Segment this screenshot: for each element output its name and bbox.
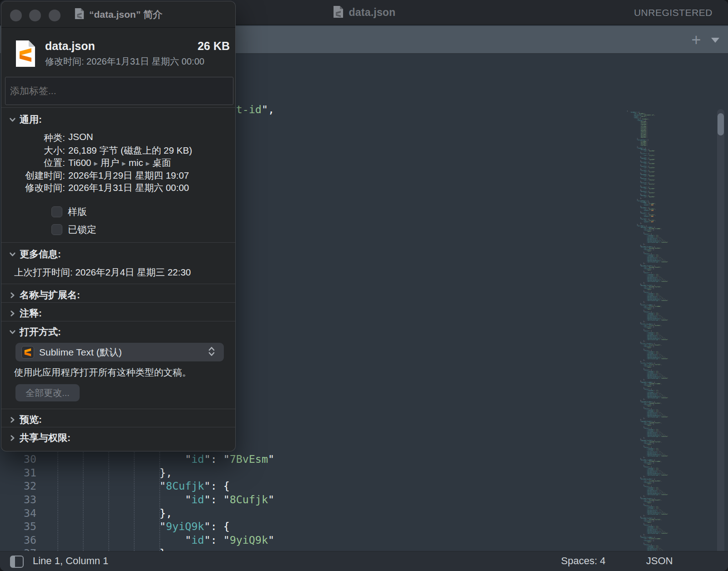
info-title-bar[interactable]: “data.json” 简介 <box>1 1 235 28</box>
code-line: 36 "id": "9yiQ9k" <box>0 533 274 547</box>
divider <box>1 107 235 108</box>
last-opened-row: 上次打开时间: 2026年2月4日 星期三 22:30 <box>14 266 191 279</box>
sublime-file-icon <box>15 40 36 70</box>
section-comments-title: 注释: <box>20 307 42 320</box>
chevron-down-icon <box>9 116 16 123</box>
divider <box>1 427 235 427</box>
section-more-info-title: 更多信息: <box>20 248 61 260</box>
chevron-right-icon <box>9 291 16 299</box>
code-line: 32 "8Cufjk": { <box>0 479 274 493</box>
minimap-content: { "6JkRGy": { "id": "6JkRGy", "parentId"… <box>627 110 712 551</box>
line-number: 35 <box>0 520 36 533</box>
minimap[interactable]: { "6JkRGy": { "id": "6JkRGy", "parentId"… <box>627 110 712 551</box>
get-info-window: “data.json” 简介 data.json 26 KB 修改时间: 202… <box>1 1 236 451</box>
code-line: 33 "id": "8Cufjk" <box>0 493 274 506</box>
file-name: data.json <box>45 40 95 53</box>
line-number: 33 <box>0 493 36 506</box>
divider <box>1 284 235 284</box>
section-more-info-header[interactable]: 更多信息: <box>9 248 61 260</box>
change-all-button[interactable]: 全部更改... <box>15 384 80 401</box>
section-general-header[interactable]: 通用: <box>9 113 42 126</box>
code-line: 34 }, <box>0 506 274 520</box>
chevron-down-icon <box>9 250 16 258</box>
open-with-hint: 使用此应用程序打开所有这种类型的文稿。 <box>14 366 192 379</box>
locked-checkbox[interactable] <box>51 224 62 235</box>
select-up-down-icon <box>207 346 216 359</box>
row-value: 26,189 字节 (磁盘上的 29 KB) <box>68 144 192 157</box>
code-line: 30 "id": "7BvEsm" <box>0 452 274 466</box>
line-number: 34 <box>0 506 36 520</box>
open-with-selected-app: Sublime Text (默认) <box>39 346 122 359</box>
vertical-scrollbar-track[interactable] <box>717 109 724 551</box>
unregistered-badge: UNREGISTERED <box>634 0 713 25</box>
line-number: 37 <box>0 546 36 551</box>
divider <box>1 302 235 303</box>
info-row-size: 大小: 26,189 字节 (磁盘上的 29 KB) <box>1 144 235 157</box>
checkbox-label: 已锁定 <box>68 223 96 236</box>
chevron-right-icon <box>9 310 16 317</box>
sublime-app-icon <box>21 346 34 359</box>
line-number: 31 <box>0 466 36 480</box>
code-line: 35 "9yiQ9k": { <box>0 520 274 533</box>
info-window-title: “data.json” 简介 <box>89 8 162 21</box>
tab-overflow-button[interactable] <box>706 30 724 50</box>
file-modified-line: 修改时间: 2026年1月31日 星期六 00:00 <box>45 55 204 68</box>
breadcrumb-arrow-icon: ▸ <box>122 159 126 168</box>
checkbox-label: 样版 <box>68 205 87 218</box>
info-row-kind: 种类: JSON <box>1 131 235 144</box>
file-doc-icon <box>333 5 344 20</box>
breadcrumb-part[interactable]: Ti600 <box>68 157 91 168</box>
row-value: 2026年2月4日 星期三 22:30 <box>75 267 191 277</box>
info-row-location: 位置: Ti600▸用户▸mic▸桌面 <box>1 156 235 169</box>
section-open-with-title: 打开方式: <box>20 326 61 338</box>
code-line: 37 }, <box>0 546 274 551</box>
section-sharing-header[interactable]: 共享与权限: <box>9 431 71 444</box>
new-tab-button[interactable]: + <box>686 30 706 50</box>
line-number: 36 <box>0 533 36 547</box>
breadcrumb-part[interactable]: 桌面 <box>152 157 171 168</box>
file-summary-row: data.json 26 KB 修改时间: 2026年1月31日 星期六 00:… <box>14 40 230 69</box>
section-preview-title: 预览: <box>20 413 42 426</box>
dropdown-triangle-icon <box>710 37 720 43</box>
section-open-with-header[interactable]: 打开方式: <box>9 326 61 338</box>
divider <box>1 242 235 243</box>
row-label: 种类: <box>1 131 65 144</box>
breadcrumb-part[interactable]: 用户 <box>101 157 119 168</box>
cursor-position-status[interactable]: Line 1, Column 1 <box>33 555 108 567</box>
locked-row: 已锁定 <box>51 223 96 236</box>
vertical-scrollbar-thumb[interactable] <box>718 113 724 135</box>
section-name-ext-header[interactable]: 名称与扩展名: <box>9 289 80 301</box>
row-value: JSON <box>68 131 93 144</box>
line-number: 32 <box>0 479 36 493</box>
divider <box>1 409 235 409</box>
open-with-dropdown[interactable]: Sublime Text (默认) <box>15 343 224 361</box>
stationery-pad-row: 样版 <box>51 205 87 218</box>
divider <box>1 321 235 321</box>
line-number: 30 <box>0 452 36 466</box>
row-label: 位置: <box>1 156 65 169</box>
chevron-right-icon <box>9 416 16 423</box>
section-comments-header[interactable]: 注释: <box>9 307 42 320</box>
chevron-down-icon <box>9 328 16 336</box>
row-label: 大小: <box>1 144 65 157</box>
row-label: 上次打开时间: <box>14 267 75 277</box>
info-row-created: 创建时间: 2026年1月29日 星期四 19:07 <box>1 169 235 182</box>
breadcrumb-arrow-icon: ▸ <box>94 159 98 168</box>
section-sharing-title: 共享与权限: <box>20 431 71 444</box>
status-bar: Line 1, Column 1 Spaces: 4 JSON <box>0 551 728 571</box>
row-value: 2026年1月31日 星期六 00:00 <box>68 181 189 194</box>
editor-window-title: data.json <box>349 6 396 19</box>
chevron-right-icon <box>9 434 16 441</box>
syntax-status[interactable]: JSON <box>646 555 673 567</box>
indent-status[interactable]: Spaces: 4 <box>561 555 606 567</box>
info-row-modified: 修改时间: 2026年1月31日 星期六 00:00 <box>1 181 235 194</box>
row-value: 2026年1月29日 星期四 19:07 <box>68 169 189 182</box>
add-tags-input[interactable] <box>5 77 233 105</box>
section-preview-header[interactable]: 预览: <box>9 413 42 426</box>
stationery-pad-checkbox[interactable] <box>51 206 62 217</box>
sidebar-toggle-icon[interactable] <box>10 556 24 568</box>
row-label: 创建时间: <box>1 169 65 182</box>
code-line: 31 }, <box>0 466 274 480</box>
location-breadcrumb: Ti600▸用户▸mic▸桌面 <box>68 156 171 169</box>
breadcrumb-part[interactable]: mic <box>129 157 143 168</box>
